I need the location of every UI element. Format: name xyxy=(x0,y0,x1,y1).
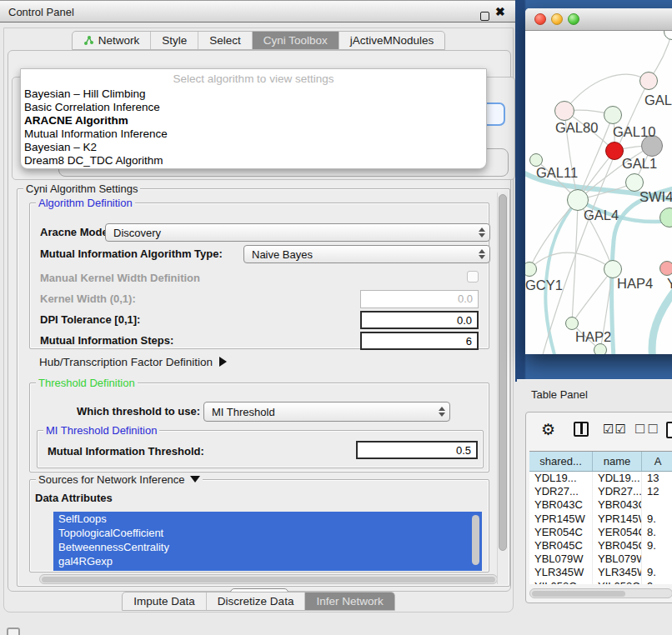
settings-group-title: Cyni Algorithm Settings xyxy=(23,182,140,195)
kernel-width-field[interactable]: 0.0 xyxy=(360,290,479,308)
mi-type-combo[interactable]: Naive Bayes xyxy=(243,245,490,263)
hub-definition-expander[interactable]: Hub/Transcription Factor Definition xyxy=(39,356,227,368)
table-row[interactable]: YER054CYER054C8. xyxy=(529,526,672,539)
attribute-item[interactable]: gal4RGexp xyxy=(53,554,482,568)
tab-jactivemnodules[interactable]: jActiveMNodules xyxy=(339,32,445,49)
table-row[interactable]: YPR145WYPR145W9. xyxy=(529,512,672,526)
node-label: HAP4 xyxy=(617,276,653,292)
mi-threshold-field[interactable]: 0.5 xyxy=(356,441,478,459)
mi-steps-field[interactable]: 6 xyxy=(360,332,479,350)
column-header[interactable]: name xyxy=(593,452,642,471)
table-cell: 13 xyxy=(642,472,672,485)
table-row[interactable]: YBL079WYBL079W xyxy=(529,552,672,566)
mi-type-value: Naive Bayes xyxy=(252,248,313,261)
tab-label: Select xyxy=(209,34,241,47)
table-row[interactable]: YBR043CYBR043C xyxy=(529,498,672,512)
minimize-traffic-light-icon[interactable] xyxy=(551,13,563,25)
gear-icon[interactable]: ⚙ xyxy=(541,422,555,438)
node-attribute-table[interactable]: shared...nameA YDL19...YDL19...13YDR27..… xyxy=(529,451,672,584)
network-window-titlebar[interactable] xyxy=(525,8,672,31)
table-row[interactable]: YBR045CYBR045C9. xyxy=(529,539,672,552)
column-header[interactable]: A xyxy=(642,452,672,471)
close-icon[interactable]: ✖ xyxy=(495,5,505,18)
control-panel-title: Control Panel xyxy=(8,6,74,18)
table-row[interactable]: YLR345WYLR345W9. xyxy=(529,566,672,579)
aracne-mode-combo[interactable]: Discovery xyxy=(105,223,490,242)
column-header[interactable]: shared... xyxy=(529,452,593,471)
table-cell: 9. xyxy=(642,512,672,526)
settings-vscrollbar[interactable] xyxy=(497,192,508,584)
table-panel: Table Panel ⚙ ☑☑ ☐☐ shared...nameA YDL19… xyxy=(517,379,672,635)
float-window-icon[interactable] xyxy=(480,12,489,21)
node-label: HAP2 xyxy=(575,329,611,345)
table-hscrollbar[interactable] xyxy=(529,588,672,598)
table-row[interactable]: YDL19...YDL19...13 xyxy=(529,472,672,485)
algorithm-placeholder: Select algorithm to view settings xyxy=(21,72,486,88)
network-node[interactable] xyxy=(639,72,658,90)
network-canvas[interactable]: GALGAL80GAL10GAL11GAL1SWI4GAL4GCY1HAP4YH… xyxy=(525,31,672,354)
network-node[interactable] xyxy=(554,101,574,121)
table-cell: YPR145W xyxy=(529,512,593,526)
checked-boxes-icon[interactable]: ☑☑ xyxy=(603,422,627,437)
table-cell: YDL19... xyxy=(593,472,642,485)
mi-threshold-definition-title: MI Threshold Definition xyxy=(43,424,159,437)
tab-cyni-toolbox[interactable]: Cyni Toolbox xyxy=(253,32,339,49)
network-node[interactable] xyxy=(659,261,672,276)
stepper-arrows-icon xyxy=(439,402,445,421)
table-cell: YIL052C xyxy=(593,580,642,585)
stepper-arrows-icon xyxy=(479,246,485,262)
table-cell xyxy=(642,498,672,512)
tab-infer-network[interactable]: Infer Network xyxy=(305,592,394,610)
algorithm-option[interactable]: Bayesian – K2 xyxy=(21,141,486,154)
table-row[interactable]: YIL052CYIL052C9. xyxy=(529,580,672,585)
tab-label: jActiveMNodules xyxy=(350,34,434,47)
table-cell: 9. xyxy=(642,566,672,579)
algorithm-option[interactable]: Bayesian – Hill Climbing xyxy=(21,88,486,101)
node-label: GAL11 xyxy=(536,165,578,181)
attribute-item[interactable]: SelfLoops xyxy=(53,512,482,526)
node-label: GCY1 xyxy=(525,278,563,293)
algorithm-option[interactable]: Basic Correlation Inference xyxy=(21,101,486,114)
tab-select[interactable]: Select xyxy=(198,32,253,49)
table-cell: YBR045C xyxy=(593,539,642,552)
algorithm-option[interactable]: ARACNE Algorithm xyxy=(21,114,486,128)
close-traffic-light-icon[interactable] xyxy=(534,13,546,25)
network-node[interactable] xyxy=(605,142,624,160)
column-browser-icon[interactable] xyxy=(574,422,589,437)
threshold-definition-title: Threshold Definition xyxy=(36,377,138,389)
tab-impute-data[interactable]: Impute Data xyxy=(123,592,207,610)
table-cell xyxy=(642,552,672,566)
dpi-tolerance-field[interactable]: 0.0 xyxy=(360,311,479,329)
tab-network[interactable]: Network xyxy=(73,32,152,49)
zoom-traffic-light-icon[interactable] xyxy=(568,13,579,25)
tab-style[interactable]: Style xyxy=(151,32,198,49)
network-node[interactable] xyxy=(604,106,622,124)
dpi-tolerance-label: DPI Tolerance [0,1]: xyxy=(40,313,140,326)
table-row[interactable]: YDR27...YDR27...12 xyxy=(529,485,672,498)
which-threshold-combo[interactable]: MI Threshold xyxy=(203,402,450,422)
algorithm-option[interactable]: Dream8 DC_TDC Algorithm xyxy=(21,154,486,168)
tab-label: Network xyxy=(98,34,140,47)
attributes-scrollbar[interactable] xyxy=(472,515,479,565)
tab-discretize-data[interactable]: Discretize Data xyxy=(207,592,306,610)
settings-hscrollbar[interactable] xyxy=(39,574,498,584)
unchecked-boxes-icon[interactable]: ☐☐ xyxy=(634,422,660,437)
collapsed-panel-icon[interactable] xyxy=(7,628,20,635)
algorithm-definition-group: Algorithm Definition Aracne Mode: Discov… xyxy=(29,202,489,349)
threshold-definition-group: Threshold Definition Which threshold to … xyxy=(29,382,489,472)
attribute-item[interactable]: TopologicalCoefficient xyxy=(53,526,482,540)
data-attributes-list[interactable]: SelfLoopsTopologicalCoefficientBetweenne… xyxy=(53,512,482,571)
table-cell: YER054C xyxy=(529,526,593,539)
table-cell: YDR27... xyxy=(593,485,642,498)
algorithm-option[interactable]: Mutual Information Inference xyxy=(21,128,486,141)
table-cell: 12 xyxy=(642,485,672,498)
cyni-algorithm-settings-group: Cyni Algorithm Settings Algorithm Defini… xyxy=(17,188,510,587)
table-cell: 9. xyxy=(642,580,672,585)
network-node[interactable] xyxy=(565,317,579,330)
algorithm-definition-title: Algorithm Definition xyxy=(36,197,135,209)
file-icon[interactable] xyxy=(666,422,672,438)
attribute-item[interactable]: BetweennessCentrality xyxy=(53,540,482,554)
manual-kernel-checkbox[interactable] xyxy=(467,271,479,282)
sources-group-title[interactable]: Sources for Network Inference xyxy=(36,473,203,486)
network-view-window: GALGAL80GAL10GAL11GAL1SWI4GAL4GCY1HAP4YH… xyxy=(525,8,672,354)
